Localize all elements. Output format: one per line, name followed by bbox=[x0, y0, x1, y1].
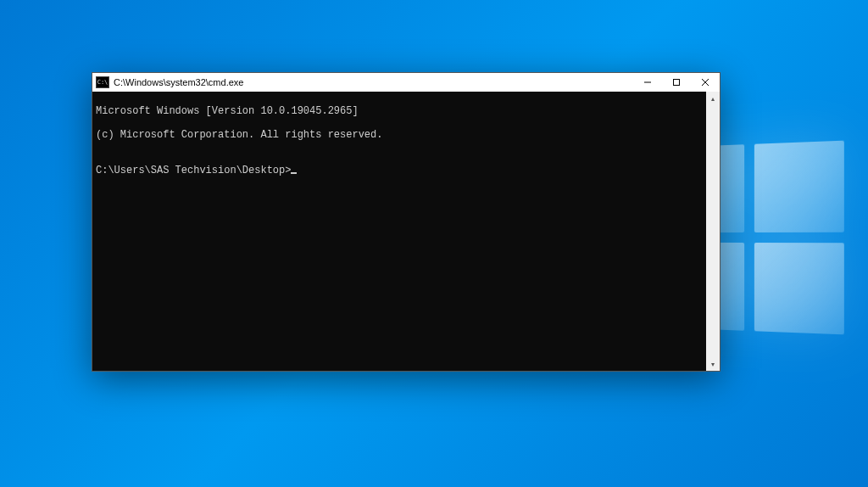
terminal-line: (c) Microsoft Corporation. All rights re… bbox=[96, 129, 716, 141]
titlebar[interactable]: C:\ C:\Windows\system32\cmd.exe bbox=[92, 73, 720, 92]
scroll-up-arrow-icon[interactable]: ▴ bbox=[706, 92, 720, 105]
terminal-output[interactable]: Microsoft Windows [Version 10.0.19045.29… bbox=[92, 92, 720, 371]
close-icon bbox=[701, 78, 709, 87]
cursor bbox=[291, 172, 297, 174]
minimize-icon bbox=[643, 78, 652, 87]
scroll-track[interactable] bbox=[706, 105, 720, 357]
cmd-window: C:\ C:\Windows\system32\cmd.exe Microsof… bbox=[92, 72, 721, 372]
scroll-down-arrow-icon[interactable]: ▾ bbox=[706, 357, 720, 371]
svg-rect-1 bbox=[674, 80, 680, 86]
terminal-prompt: C:\Users\SAS Techvision\Desktop> bbox=[96, 165, 291, 176]
close-button[interactable] bbox=[691, 73, 720, 92]
minimize-button[interactable] bbox=[633, 73, 662, 92]
maximize-icon bbox=[672, 78, 681, 87]
maximize-button[interactable] bbox=[662, 73, 691, 92]
cmd-icon: C:\ bbox=[96, 76, 109, 88]
scrollbar[interactable]: ▴ ▾ bbox=[706, 92, 720, 371]
terminal-line: Microsoft Windows [Version 10.0.19045.29… bbox=[96, 105, 716, 117]
window-title: C:\Windows\system32\cmd.exe bbox=[114, 77, 243, 87]
